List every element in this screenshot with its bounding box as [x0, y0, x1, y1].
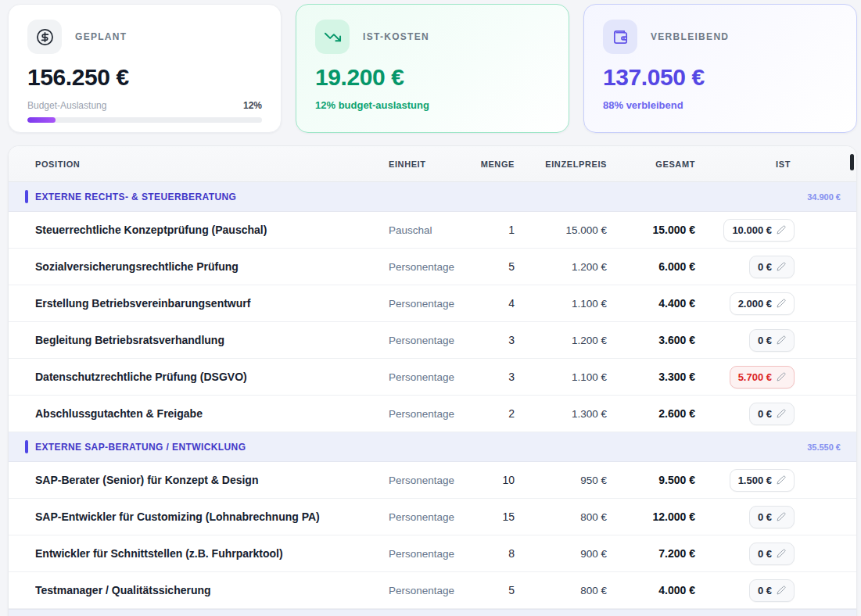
row-menge: 3 — [456, 371, 515, 383]
ist-amount: 0 € — [758, 335, 772, 346]
row-gesamt: 4.000 € — [607, 584, 695, 596]
row-einzelpreis: 800 € — [515, 585, 607, 596]
section-header-row: EXTERNE SAP-BERATUNG / ENTWICKLUNG 35.55… — [9, 432, 856, 462]
card-verbleibend-label: VERBLEIBEND — [651, 31, 729, 42]
card-verbleibend-value: 137.050 € — [603, 64, 838, 91]
ist-value-button[interactable]: 0 € — [749, 543, 795, 565]
row-position: Sozialversicherungsrechtliche Prüfung — [35, 260, 366, 273]
ist-value-button[interactable]: 2.000 € — [730, 292, 795, 315]
next-section-partial-row — [9, 609, 856, 616]
ist-amount: 10.000 € — [732, 224, 772, 236]
ist-value-button[interactable]: 5.700 € — [730, 366, 795, 389]
row-position: Entwickler für Schnittstellen (z.B. Fuhr… — [35, 547, 366, 560]
table-row: SAP-Berater (Senior) für Konzept & Desig… — [9, 462, 856, 499]
ist-amount: 1.500 € — [738, 475, 772, 486]
edit-icon — [777, 299, 786, 308]
ist-value-button[interactable]: 1.500 € — [730, 469, 795, 492]
row-einheit: Personentage — [366, 408, 456, 420]
ist-amount: 5.700 € — [738, 371, 772, 383]
ist-value-button[interactable]: 0 € — [749, 506, 795, 528]
card-ist-kosten-subtext: 12% budget-auslastung — [315, 99, 550, 111]
column-header-position: POSITION — [35, 159, 366, 169]
row-einzelpreis: 1.100 € — [515, 371, 607, 383]
card-ist-kosten-value: 19.200 € — [315, 64, 550, 91]
column-header-einheit: EINHEIT — [366, 159, 456, 169]
row-einheit: Personentage — [366, 475, 456, 486]
card-verbleibend-header: VERBLEIBEND — [603, 20, 838, 54]
row-einheit: Pauschal — [366, 224, 456, 236]
table-row: Datenschutzrechtliche Prüfung (DSGVO) Pe… — [9, 359, 856, 396]
ist-amount: 0 € — [758, 511, 772, 523]
row-gesamt: 9.500 € — [607, 474, 695, 486]
row-position: SAP-Berater (Senior) für Konzept & Desig… — [35, 474, 366, 486]
column-header-ist: IST — [695, 159, 795, 169]
row-position: Abschlussgutachten & Freigabe — [35, 407, 366, 420]
section-accent-bar — [25, 440, 28, 453]
card-ist-kosten-label: IST-KOSTEN — [363, 31, 429, 42]
budget-table: POSITION EINHEIT MENGE EINZELPREIS GESAM… — [8, 145, 857, 616]
row-menge: 5 — [456, 584, 515, 596]
table-row: SAP-Entwickler für Customizing (Lohnabre… — [9, 499, 856, 535]
table-row: Steuerrechtliche Konzeptprüfung (Pauscha… — [9, 212, 856, 249]
row-ist-cell: 0 € — [695, 256, 795, 278]
ist-value-button[interactable]: 0 € — [749, 579, 795, 602]
ist-value-button[interactable]: 0 € — [749, 256, 795, 278]
column-header-einzelpreis: EINZELPREIS — [515, 159, 607, 169]
budget-usage-label: Budget-Auslastung — [27, 100, 106, 111]
trending-down-icon — [315, 20, 350, 54]
row-ist-cell: 0 € — [695, 329, 795, 352]
row-einzelpreis: 1.300 € — [515, 408, 607, 420]
row-position: Erstellung Betriebsvereinbarungsentwurf — [35, 297, 366, 310]
ist-value-button[interactable]: 0 € — [749, 329, 795, 352]
table-row: Begleitung Betriebsratsverhandlung Perso… — [9, 322, 856, 359]
row-ist-cell: 1.500 € — [695, 469, 795, 492]
table-row: Testmanager / Qualitätssicherung Persone… — [9, 572, 856, 609]
row-einzelpreis: 15.000 € — [515, 224, 607, 236]
row-gesamt: 2.600 € — [607, 407, 695, 420]
row-einheit: Personentage — [366, 585, 456, 596]
table-row: Abschlussgutachten & Freigabe Personenta… — [9, 396, 856, 432]
budget-usage-percent: 12% — [243, 100, 262, 111]
ist-amount: 0 € — [758, 585, 772, 596]
card-ist-kosten: IST-KOSTEN 19.200 € 12% budget-auslastun… — [296, 4, 569, 133]
column-header-menge: MENGE — [456, 159, 515, 169]
scrollbar-thumb[interactable] — [850, 154, 854, 170]
row-ist-cell: 10.000 € — [695, 219, 795, 242]
ist-amount: 2.000 € — [738, 298, 772, 310]
ist-value-button[interactable]: 10.000 € — [723, 219, 795, 242]
edit-icon — [777, 262, 786, 271]
edit-icon — [777, 475, 786, 485]
row-einzelpreis: 1.200 € — [515, 261, 607, 273]
row-einheit: Personentage — [366, 511, 456, 523]
row-einheit: Personentage — [366, 261, 456, 273]
table-row: Entwickler für Schnittstellen (z.B. Fuhr… — [9, 535, 856, 572]
row-menge: 1 — [456, 224, 515, 236]
row-menge: 15 — [456, 510, 515, 523]
row-einheit: Personentage — [366, 548, 456, 560]
row-gesamt: 3.600 € — [607, 334, 695, 346]
table-row: Erstellung Betriebsvereinbarungsentwurf … — [9, 285, 856, 322]
edit-icon — [777, 512, 786, 521]
table-body: EXTERNE RECHTS- & STEUERBERATUNG 34.900 … — [9, 182, 856, 609]
card-geplant: GEPLANT 156.250 € Budget-Auslastung 12% — [8, 4, 282, 133]
row-ist-cell: 0 € — [695, 403, 795, 425]
edit-icon — [777, 372, 786, 381]
edit-icon — [777, 586, 786, 595]
ist-value-button[interactable]: 0 € — [749, 403, 795, 425]
column-header-gesamt: GESAMT — [607, 159, 695, 169]
section-accent-bar — [25, 190, 28, 203]
row-ist-cell: 5.700 € — [695, 366, 795, 389]
card-geplant-header: GEPLANT — [27, 20, 262, 54]
summary-cards: GEPLANT 156.250 € Budget-Auslastung 12% … — [8, 4, 857, 133]
row-ist-cell: 0 € — [695, 506, 795, 528]
card-ist-kosten-header: IST-KOSTEN — [315, 20, 550, 54]
row-gesamt: 6.000 € — [607, 260, 695, 273]
row-menge: 3 — [456, 334, 515, 346]
row-menge: 5 — [456, 260, 515, 273]
wallet-icon — [603, 20, 637, 54]
row-position: Datenschutzrechtliche Prüfung (DSGVO) — [35, 371, 366, 383]
row-position: Testmanager / Qualitätssicherung — [35, 584, 366, 596]
table-row: Sozialversicherungsrechtliche Prüfung Pe… — [9, 249, 856, 285]
row-einzelpreis: 900 € — [515, 548, 607, 560]
row-einzelpreis: 950 € — [515, 475, 607, 486]
